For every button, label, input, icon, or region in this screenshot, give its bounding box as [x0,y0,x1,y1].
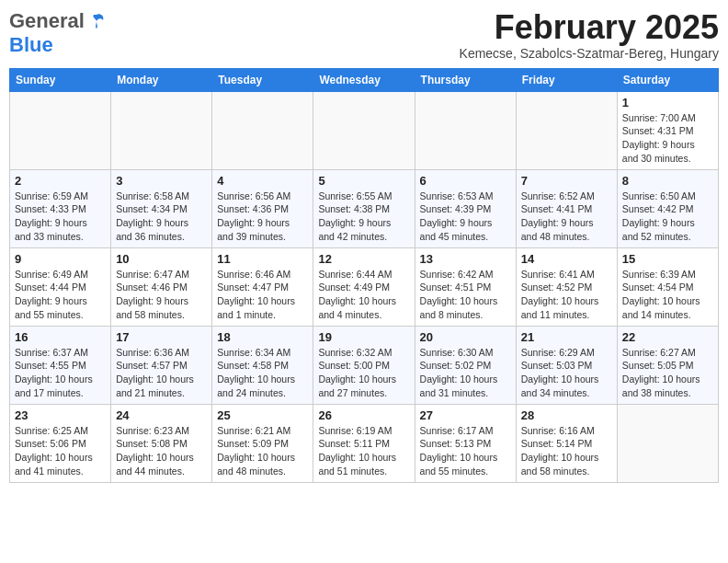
calendar-cell: 15Sunrise: 6:39 AM Sunset: 4:54 PM Dayli… [617,247,718,326]
day-number: 28 [521,408,612,422]
day-info: Sunrise: 6:46 AM Sunset: 4:47 PM Dayligh… [217,268,308,322]
calendar-cell: 14Sunrise: 6:41 AM Sunset: 4:52 PM Dayli… [516,247,617,326]
day-number: 12 [318,252,409,266]
calendar-cell: 11Sunrise: 6:46 AM Sunset: 4:47 PM Dayli… [212,247,313,326]
day-number: 19 [318,330,409,344]
day-number: 23 [15,408,106,422]
calendar-cell [313,91,415,169]
day-number: 15 [622,252,713,266]
day-info: Sunrise: 6:59 AM Sunset: 4:33 PM Dayligh… [15,190,106,244]
calendar-cell: 18Sunrise: 6:34 AM Sunset: 4:58 PM Dayli… [212,326,313,404]
calendar-cell: 22Sunrise: 6:27 AM Sunset: 5:05 PM Dayli… [617,326,718,404]
day-info: Sunrise: 6:47 AM Sunset: 4:46 PM Dayligh… [116,268,207,322]
logo: General Blue [9,9,107,57]
week-row-4: 16Sunrise: 6:37 AM Sunset: 4:55 PM Dayli… [10,326,719,404]
day-number: 16 [15,330,106,344]
day-number: 10 [116,252,207,266]
day-number: 26 [318,408,409,422]
day-number: 18 [217,330,308,344]
calendar-cell: 5Sunrise: 6:55 AM Sunset: 4:38 PM Daylig… [313,169,415,247]
weekday-header-sunday: Sunday [10,68,111,91]
calendar-cell: 1Sunrise: 7:00 AM Sunset: 4:31 PM Daylig… [617,91,718,169]
day-number: 17 [116,330,207,344]
day-number: 2 [15,174,106,188]
weekday-header-thursday: Thursday [415,68,516,91]
day-info: Sunrise: 6:52 AM Sunset: 4:41 PM Dayligh… [521,190,612,244]
calendar-cell [10,91,111,169]
calendar-cell: 24Sunrise: 6:23 AM Sunset: 5:08 PM Dayli… [111,404,212,482]
calendar-cell: 7Sunrise: 6:52 AM Sunset: 4:41 PM Daylig… [516,169,617,247]
day-number: 21 [521,330,612,344]
logo-general: General [9,9,85,33]
calendar-cell [617,404,718,482]
day-info: Sunrise: 6:49 AM Sunset: 4:44 PM Dayligh… [15,268,106,322]
weekday-header-tuesday: Tuesday [212,68,313,91]
calendar-cell: 21Sunrise: 6:29 AM Sunset: 5:03 PM Dayli… [516,326,617,404]
day-info: Sunrise: 6:44 AM Sunset: 4:49 PM Dayligh… [318,268,409,322]
day-info: Sunrise: 6:21 AM Sunset: 5:09 PM Dayligh… [217,424,308,478]
calendar-cell: 9Sunrise: 6:49 AM Sunset: 4:44 PM Daylig… [10,247,111,326]
weekday-header-wednesday: Wednesday [313,68,415,91]
calendar-cell: 28Sunrise: 6:16 AM Sunset: 5:14 PM Dayli… [516,404,617,482]
calendar-table: SundayMondayTuesdayWednesdayThursdayFrid… [9,68,719,483]
calendar-cell: 13Sunrise: 6:42 AM Sunset: 4:51 PM Dayli… [415,247,516,326]
day-number: 24 [116,408,207,422]
day-info: Sunrise: 6:36 AM Sunset: 4:57 PM Dayligh… [116,346,207,400]
calendar-cell: 16Sunrise: 6:37 AM Sunset: 4:55 PM Dayli… [10,326,111,404]
title-area: February 2025 Kemecse, Szabolcs-Szatmar-… [460,9,719,61]
weekday-header-monday: Monday [111,68,212,91]
day-number: 1 [622,96,713,109]
calendar-cell [111,91,212,169]
calendar-cell: 10Sunrise: 6:47 AM Sunset: 4:46 PM Dayli… [111,247,212,326]
day-info: Sunrise: 6:55 AM Sunset: 4:38 PM Dayligh… [318,190,409,244]
day-info: Sunrise: 6:41 AM Sunset: 4:52 PM Dayligh… [521,268,612,322]
week-row-3: 9Sunrise: 6:49 AM Sunset: 4:44 PM Daylig… [10,247,719,326]
calendar-cell: 4Sunrise: 6:56 AM Sunset: 4:36 PM Daylig… [212,169,313,247]
location-subtitle: Kemecse, Szabolcs-Szatmar-Bereg, Hungary [460,46,719,61]
day-info: Sunrise: 6:37 AM Sunset: 4:55 PM Dayligh… [15,346,106,400]
logo-bird-icon [86,11,107,31]
calendar-cell: 3Sunrise: 6:58 AM Sunset: 4:34 PM Daylig… [111,169,212,247]
calendar-cell: 26Sunrise: 6:19 AM Sunset: 5:11 PM Dayli… [313,404,415,482]
day-number: 27 [420,408,511,422]
day-info: Sunrise: 6:25 AM Sunset: 5:06 PM Dayligh… [15,424,106,478]
weekday-header-saturday: Saturday [617,68,718,91]
day-info: Sunrise: 6:30 AM Sunset: 5:02 PM Dayligh… [420,346,511,400]
day-number: 20 [420,330,511,344]
day-info: Sunrise: 6:56 AM Sunset: 4:36 PM Dayligh… [217,190,308,244]
day-info: Sunrise: 6:50 AM Sunset: 4:42 PM Dayligh… [622,190,713,244]
day-info: Sunrise: 6:16 AM Sunset: 5:14 PM Dayligh… [521,424,612,478]
day-number: 14 [521,252,612,266]
day-number: 25 [217,408,308,422]
calendar-cell: 12Sunrise: 6:44 AM Sunset: 4:49 PM Dayli… [313,247,415,326]
day-info: Sunrise: 6:42 AM Sunset: 4:51 PM Dayligh… [420,268,511,322]
calendar-cell [516,91,617,169]
day-info: Sunrise: 6:34 AM Sunset: 4:58 PM Dayligh… [217,346,308,400]
week-row-5: 23Sunrise: 6:25 AM Sunset: 5:06 PM Dayli… [10,404,719,482]
calendar-cell [415,91,516,169]
logo-blue: Blue [9,33,53,57]
day-number: 13 [420,252,511,266]
calendar-cell: 17Sunrise: 6:36 AM Sunset: 4:57 PM Dayli… [111,326,212,404]
weekday-header-friday: Friday [516,68,617,91]
month-title: February 2025 [460,9,719,46]
day-number: 7 [521,174,612,188]
day-number: 4 [217,174,308,188]
day-info: Sunrise: 6:17 AM Sunset: 5:13 PM Dayligh… [420,424,511,478]
calendar-cell: 27Sunrise: 6:17 AM Sunset: 5:13 PM Dayli… [415,404,516,482]
day-number: 22 [622,330,713,344]
weekday-header-row: SundayMondayTuesdayWednesdayThursdayFrid… [10,68,719,91]
day-info: Sunrise: 6:53 AM Sunset: 4:39 PM Dayligh… [420,190,511,244]
calendar-cell [212,91,313,169]
day-info: Sunrise: 6:23 AM Sunset: 5:08 PM Dayligh… [116,424,207,478]
calendar-cell: 2Sunrise: 6:59 AM Sunset: 4:33 PM Daylig… [10,169,111,247]
calendar-cell: 25Sunrise: 6:21 AM Sunset: 5:09 PM Dayli… [212,404,313,482]
week-row-2: 2Sunrise: 6:59 AM Sunset: 4:33 PM Daylig… [10,169,719,247]
day-number: 9 [15,252,106,266]
day-number: 5 [318,174,409,188]
week-row-1: 1Sunrise: 7:00 AM Sunset: 4:31 PM Daylig… [10,91,719,169]
day-info: Sunrise: 6:32 AM Sunset: 5:00 PM Dayligh… [318,346,409,400]
calendar-cell: 19Sunrise: 6:32 AM Sunset: 5:00 PM Dayli… [313,326,415,404]
calendar-cell: 8Sunrise: 6:50 AM Sunset: 4:42 PM Daylig… [617,169,718,247]
day-number: 3 [116,174,207,188]
